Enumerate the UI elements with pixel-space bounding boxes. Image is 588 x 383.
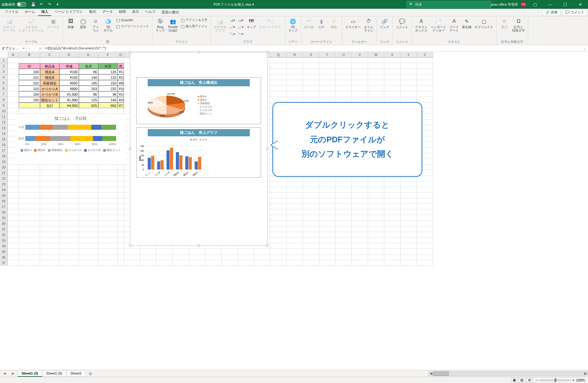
- cell[interactable]: [124, 254, 140, 260]
- cell[interactable]: [417, 91, 433, 97]
- cell[interactable]: [19, 58, 40, 63]
- cell[interactable]: [384, 91, 401, 97]
- cell[interactable]: [8, 103, 19, 108]
- cell[interactable]: [270, 209, 287, 215]
- cell[interactable]: [98, 193, 118, 198]
- cell[interactable]: [335, 204, 352, 209]
- cell[interactable]: [270, 232, 287, 238]
- row-header[interactable]: 32: [0, 232, 8, 238]
- cell[interactable]: [59, 164, 79, 170]
- cell[interactable]: [401, 260, 417, 266]
- row-header[interactable]: 37: [0, 260, 8, 266]
- cell[interactable]: [417, 193, 433, 198]
- cell[interactable]: [384, 58, 401, 63]
- ribbon-数式[interactable]: π数式: [499, 17, 510, 30]
- cell[interactable]: [368, 260, 384, 266]
- cell[interactable]: [59, 249, 79, 254]
- cell[interactable]: ¥4,950: [59, 103, 79, 108]
- cell[interactable]: 合計: [40, 103, 59, 108]
- embedded-pdf-object[interactable]: 猫ごはん 売上構成比 2% 3% 13% 26% 20% 36%: [130, 52, 268, 246]
- formula-input[interactable]: =埋め込み("AcroExch.Document.DC",""): [43, 46, 582, 51]
- cell[interactable]: [79, 193, 98, 198]
- ribbon-ピボットグラフ[interactable]: 📉ピボットグラフ: [258, 17, 282, 30]
- ribbon-SmartArt[interactable]: ▢SmartArt: [115, 17, 150, 23]
- cell[interactable]: [303, 187, 319, 193]
- cell[interactable]: [401, 232, 417, 238]
- cell[interactable]: [40, 58, 59, 63]
- cell[interactable]: [417, 232, 433, 238]
- col-header[interactable]: R: [287, 52, 303, 58]
- cell[interactable]: [287, 232, 303, 238]
- row-header[interactable]: 22: [0, 176, 8, 181]
- cell[interactable]: [368, 193, 384, 198]
- cell[interactable]: [417, 58, 433, 63]
- cell[interactable]: 104: [19, 91, 40, 97]
- cell[interactable]: [98, 243, 118, 249]
- cell[interactable]: [335, 260, 352, 266]
- cell[interactable]: [352, 260, 368, 266]
- ribbon-スクリーンショット[interactable]: ▢スクリーンショット: [115, 23, 150, 29]
- cell[interactable]: [384, 181, 401, 187]
- cell[interactable]: [98, 215, 118, 221]
- cell[interactable]: [417, 243, 433, 249]
- resize-handle-icon[interactable]: [266, 51, 268, 53]
- cell[interactable]: [98, 238, 118, 243]
- cell[interactable]: [79, 164, 98, 170]
- cell[interactable]: [118, 254, 124, 260]
- cell[interactable]: [8, 74, 19, 80]
- cell[interactable]: [335, 232, 352, 238]
- cell[interactable]: [8, 97, 19, 103]
- cell[interactable]: [368, 221, 384, 226]
- cell[interactable]: [319, 63, 335, 69]
- cell[interactable]: [98, 176, 118, 181]
- ribbon-テーブル[interactable]: ▦テーブル: [46, 17, 61, 30]
- cell[interactable]: [368, 181, 384, 187]
- col-header[interactable]: G: [118, 52, 124, 58]
- resize-handle-icon[interactable]: [129, 148, 131, 150]
- col-header[interactable]: T: [319, 52, 335, 58]
- cell[interactable]: [287, 204, 303, 209]
- cell[interactable]: [384, 204, 401, 209]
- cell[interactable]: [8, 187, 19, 193]
- cell[interactable]: [417, 249, 433, 254]
- cell[interactable]: [98, 204, 118, 209]
- cell[interactable]: [118, 176, 124, 181]
- cell[interactable]: [368, 204, 384, 209]
- cell[interactable]: [401, 226, 417, 232]
- ribbon-PeopleGraph[interactable]: 👥PeopleGraph: [167, 17, 179, 33]
- cell[interactable]: [79, 187, 98, 193]
- cell[interactable]: [270, 181, 287, 187]
- cell[interactable]: [124, 249, 140, 254]
- cell[interactable]: [319, 204, 335, 209]
- cell[interactable]: [98, 209, 118, 215]
- cell[interactable]: [319, 198, 335, 204]
- cell[interactable]: [189, 254, 205, 260]
- cell[interactable]: [59, 198, 79, 204]
- cell[interactable]: [19, 254, 40, 260]
- chart-type-icon[interactable]: 📊▾: [237, 17, 245, 23]
- cell[interactable]: 今月: [98, 63, 118, 69]
- cell[interactable]: [384, 69, 401, 74]
- cell[interactable]: [19, 221, 40, 226]
- cell[interactable]: [140, 249, 156, 254]
- close-icon[interactable]: ✕: [574, 0, 586, 9]
- row-header[interactable]: 14: [0, 131, 8, 136]
- cell[interactable]: [270, 221, 287, 226]
- cell[interactable]: [384, 86, 401, 91]
- cell[interactable]: [335, 215, 352, 221]
- cell[interactable]: [40, 176, 59, 181]
- cell[interactable]: [19, 238, 40, 243]
- cell[interactable]: [384, 260, 401, 266]
- cell[interactable]: [287, 243, 303, 249]
- cell[interactable]: ¥147,000: [118, 91, 124, 97]
- cell[interactable]: [222, 254, 238, 260]
- cell[interactable]: [118, 221, 124, 226]
- resize-handle-icon[interactable]: [129, 51, 131, 53]
- cell[interactable]: [287, 193, 303, 198]
- cell[interactable]: [384, 232, 401, 238]
- chart-type-icon[interactable]: 📉▾: [228, 31, 236, 37]
- ribbon-署名欄[interactable]: ✎署名欄: [461, 17, 473, 30]
- autosave-toggle[interactable]: 自動保存 オフ: [2, 2, 26, 7]
- cell[interactable]: [98, 108, 118, 114]
- cell[interactable]: [401, 86, 417, 91]
